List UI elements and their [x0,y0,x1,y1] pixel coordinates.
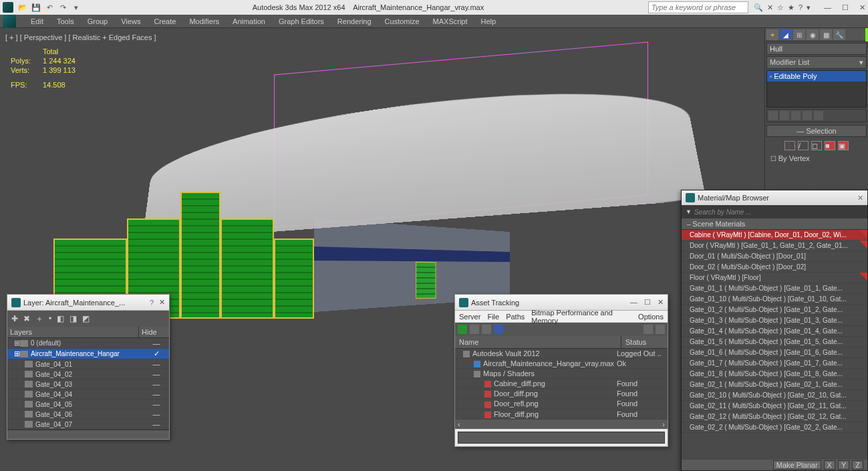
material-section-header[interactable]: – Scene Materials [682,218,867,230]
hide-layer-icon[interactable]: ◨ [69,314,77,323]
layer-row[interactable]: Gate_04_03— [7,379,169,389]
infocenter-search[interactable] [648,1,748,13]
material-search[interactable]: ▼ Search by Name ... [682,205,867,218]
menu-edit[interactable]: Edit [24,17,50,25]
menu-customize[interactable]: Customize [378,17,426,25]
asset-view2-icon[interactable] [482,325,491,334]
make-unique-icon[interactable] [791,111,801,120]
material-row[interactable]: Floor ( VRayMtl ) [Floor] [682,273,867,283]
layer-hscrollbar[interactable] [7,430,169,439]
asset-view3-icon[interactable] [494,325,503,334]
asset-row[interactable]: Aircraft_Maintenance_Hangar_vray.maxOk [455,359,668,369]
modifier-item-editable-poly[interactable]: ▫ Editable Poly [767,71,866,82]
menu-create[interactable]: Create [147,17,182,25]
modify-tab-icon[interactable]: ◢ [780,29,792,40]
menu-maxscript[interactable]: MAXScript [426,17,474,25]
asset-path-input[interactable] [458,432,665,444]
material-row[interactable]: Gate_02_10 ( Multi/Sub-Object ) [Gate_02… [682,390,867,401]
show-end-result-icon[interactable] [780,111,789,120]
asset-minimize-icon[interactable]: — [630,298,637,307]
layer-row[interactable]: Gate_04_06— [7,410,169,420]
select-layer-icon[interactable]: • [49,314,51,323]
material-row[interactable]: Gate_01_5 ( Multi/Sub-Object ) [Gate_01_… [682,337,867,347]
help-dropdown-icon[interactable]: ▾ [807,3,811,12]
material-panel-titlebar[interactable]: Material/Map Browser ✕ [682,190,867,205]
material-row[interactable]: Gate_02_2 ( Multi/Sub-Object ) [Gate_02_… [682,422,867,433]
material-row[interactable]: Gate_01_10 ( Multi/Sub-Object ) [Gate_01… [682,294,867,305]
layer-row[interactable]: Gate_04_05— [7,400,169,410]
menu-views[interactable]: Views [114,17,147,25]
layer-row[interactable]: Gate_04_01— [7,359,169,369]
viewport-label[interactable]: [ + ] [ Perspective ] [ Realistic + Edge… [5,33,156,41]
layer-help-icon[interactable]: ? [150,299,154,307]
remove-modifier-icon[interactable] [803,111,812,120]
utilities-tab-icon[interactable]: 🔧 [833,29,845,40]
search-dropdown-icon[interactable]: ▼ [686,208,692,215]
by-vertex-checkbox[interactable]: ☐ By Vertex [765,153,868,164]
comm-icon[interactable]: ☆ [777,3,784,12]
asset-menu-file[interactable]: File [487,313,499,321]
new-layer-icon[interactable]: ✚ [11,314,18,323]
asset-close-icon[interactable]: ✕ [658,298,664,307]
material-row[interactable]: Gate_01_1 ( Multi/Sub-Object ) [Gate_01_… [682,283,867,294]
material-row[interactable]: Gate_01_3 ( Multi/Sub-Object ) [Gate_01_… [682,315,867,326]
planar-z-button[interactable]: Z [852,460,863,470]
layer-row[interactable]: Gate_04_02— [7,369,169,379]
create-tab-icon[interactable]: ✦ [766,29,778,40]
layer-row[interactable]: ⊞ 0 (default)— [7,338,169,349]
delete-layer-icon[interactable]: ✖ [23,314,30,323]
asset-row[interactable]: Door_refl.pngFound [455,399,668,409]
asset-row[interactable]: Autodesk Vault 2012Logged Out .. [455,349,668,359]
asset-menu-bitmap-performance-and-memory[interactable]: Bitmap Performance and Memory [531,309,631,325]
menu-help[interactable]: Help [474,17,503,25]
undo-icon[interactable]: ↶ [44,2,55,13]
asset-hscrollbar[interactable]: ‹› [455,420,668,429]
asset-menu-server[interactable]: Server [459,313,480,321]
material-row[interactable]: Gate_01_7 ( Multi/Sub-Object ) [Gate_01_… [682,358,867,369]
freeze-layer-icon[interactable]: ◩ [82,314,90,323]
redo-icon[interactable]: ↷ [57,2,68,13]
selection-rollout-header[interactable]: — Selection [766,125,867,137]
element-icon[interactable]: ▣ [838,141,849,150]
layer-close-icon[interactable]: ✕ [159,298,165,307]
maximize-button[interactable]: ☐ [842,3,849,12]
menu-animation[interactable]: Animation [226,17,272,25]
material-row[interactable]: Gate_02_12 ( Multi/Sub-Object ) [Gate_02… [682,412,867,422]
open-icon[interactable]: 📂 [17,2,28,13]
material-row[interactable]: Gate_02_11 ( Multi/Sub-Object ) [Gate_02… [682,401,867,412]
asset-tool-b-icon[interactable] [656,325,665,334]
app-icon[interactable] [3,2,13,13]
material-row[interactable]: Door ( VRayMtl ) [Gate_01_1, Gate_01_2, … [682,241,867,251]
save-icon[interactable]: 💾 [31,2,41,13]
key-icon[interactable]: ✕ [767,3,773,12]
vertex-icon[interactable]: ⋮ [784,141,795,150]
edge-icon[interactable]: / [798,141,809,150]
asset-menu-options[interactable]: Options [638,313,664,321]
asset-view1-icon[interactable] [470,325,479,334]
planar-x-button[interactable]: X [824,460,835,470]
layer-row[interactable]: ⊞ Aircraft_Maintenance_Hangar✓ [7,349,169,359]
material-row[interactable]: Cabine ( VRayMtl ) [Cabine, Door_01, Doo… [682,230,867,241]
hierarchy-tab-icon[interactable]: ⊞ [793,29,805,40]
menu-tools[interactable]: Tools [50,17,81,25]
asset-maximize-icon[interactable]: ☐ [644,298,651,307]
material-row[interactable]: Gate_02_1 ( Multi/Sub-Object ) [Gate_02_… [682,379,867,390]
layer-panel-titlebar[interactable]: Layer: Aircraft_Maintenance_... ? ✕ [7,295,169,311]
border-icon[interactable]: ◻ [811,141,822,150]
display-tab-icon[interactable]: ▦ [820,29,832,40]
pin-stack-icon[interactable] [768,111,778,120]
app-menu-icon[interactable] [3,15,16,28]
modifier-list-dropdown[interactable]: Modifier List▾ [766,56,867,69]
material-row[interactable]: Gate_01_2 ( Multi/Sub-Object ) [Gate_01_… [682,305,867,315]
fav-icon[interactable]: ★ [788,3,794,12]
material-row[interactable]: Gate_01_8 ( Multi/Sub-Object ) [Gate_01_… [682,369,867,379]
object-name-field[interactable]: Hull [766,43,867,55]
menu-graph-editors[interactable]: Graph Editors [272,17,331,25]
asset-row[interactable]: Door_diff.pngFound [455,389,668,399]
make-planar-button[interactable]: Make Planar [773,460,821,470]
menu-group[interactable]: Group [81,17,115,25]
menu-rendering[interactable]: Rendering [331,17,378,25]
asset-row[interactable]: Maps / Shaders [455,369,668,379]
asset-menu-paths[interactable]: Paths [506,313,525,321]
layer-row[interactable]: Gate_04_07— [7,420,169,430]
